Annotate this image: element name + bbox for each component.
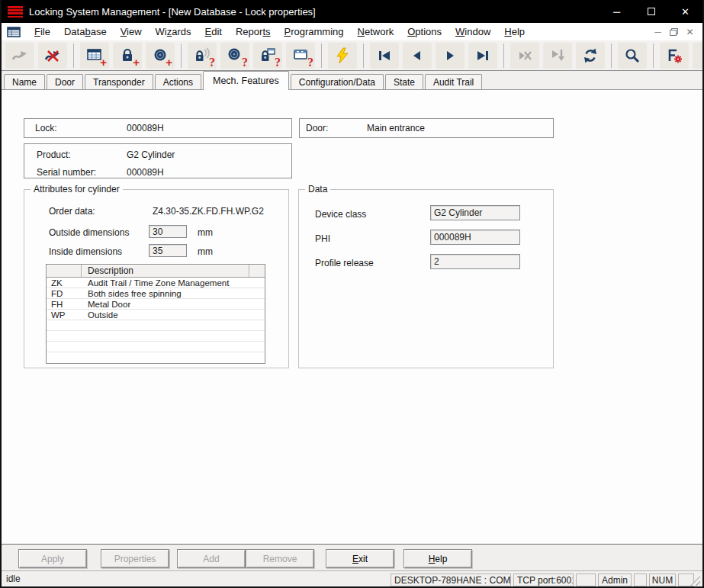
- skip-cross-button: [510, 43, 539, 69]
- new-lock-button[interactable]: +: [113, 43, 142, 69]
- tab-bar: Name Door Transponder Actions Mech. Feat…: [2, 71, 702, 90]
- io-status-button[interactable]: ?: [286, 43, 315, 69]
- extra-column-header[interactable]: [249, 265, 265, 277]
- outside-dimensions-input[interactable]: 30: [149, 225, 187, 238]
- menu-database[interactable]: Database: [57, 26, 114, 37]
- menu-network[interactable]: Network: [351, 26, 401, 37]
- menu-edit[interactable]: Edit: [198, 26, 229, 37]
- close-button[interactable]: ✕: [668, 0, 702, 23]
- device-class-input[interactable]: G2 Cylinder: [430, 205, 520, 220]
- tab-actions[interactable]: Actions: [155, 74, 201, 90]
- table-row[interactable]: [47, 352, 265, 363]
- plus-badge-icon: +: [166, 56, 172, 68]
- read-lock-button[interactable]: ?: [188, 43, 217, 69]
- table-row[interactable]: [47, 342, 265, 352]
- read-transponder-icon: [227, 47, 243, 64]
- data-group-legend: Data: [305, 184, 330, 194]
- app-logo-icon: [8, 6, 23, 18]
- tab-door[interactable]: Door: [47, 74, 83, 90]
- title-bar: Locking System Management - [New Databas…: [2, 0, 702, 23]
- question-badge-icon: ?: [242, 56, 248, 69]
- lock-field: Lock: 000089H: [24, 118, 292, 138]
- disconnect-button[interactable]: [38, 43, 67, 69]
- inside-dimensions-input[interactable]: 35: [149, 244, 187, 257]
- filter-settings-button[interactable]: [660, 43, 689, 69]
- exit-button[interactable]: Exit: [326, 549, 394, 568]
- product-label: Product:: [37, 149, 71, 160]
- table-row[interactable]: FHMetal Door: [47, 299, 265, 310]
- menu-window[interactable]: Window: [448, 26, 497, 37]
- tab-mech-features[interactable]: Mech. Features: [203, 71, 289, 90]
- status-state: idle: [6, 574, 21, 584]
- question-badge-icon: ?: [209, 56, 215, 69]
- description-column-header[interactable]: Description: [82, 265, 249, 277]
- read-transponder-button[interactable]: ?: [220, 43, 249, 69]
- tab-audit-trail[interactable]: Audit Trail: [425, 74, 482, 90]
- previous-record-button[interactable]: [403, 43, 432, 69]
- mdi-restore-button[interactable]: [667, 25, 680, 38]
- status-bar: idle DESKTOP-789HANE : COM(*) TCP port:6…: [2, 570, 702, 588]
- menu-programming[interactable]: Programming: [278, 26, 351, 37]
- status-device: DESKTOP-789HANE : COM(*): [391, 574, 511, 586]
- help-button-bottom[interactable]: Help: [403, 549, 472, 568]
- tab-name[interactable]: Name: [4, 74, 45, 90]
- mdi-close-button[interactable]: ✕: [683, 25, 696, 38]
- status-user: Admin: [598, 574, 632, 586]
- status-empty-panel: [634, 574, 647, 586]
- menu-wizards[interactable]: Wizards: [149, 26, 198, 37]
- device-class-label: Device class: [315, 209, 366, 220]
- search-button[interactable]: [618, 43, 647, 69]
- door-value: Main entrance: [367, 123, 425, 133]
- read-lock-network-button[interactable]: ?: [253, 43, 282, 69]
- toolbar-separator: [73, 43, 74, 68]
- lock-value: 000089H: [127, 123, 164, 133]
- question-badge-icon: ?: [275, 56, 281, 69]
- attributes-table-header: Description: [47, 265, 265, 278]
- code-column-header[interactable]: [47, 265, 82, 277]
- attributes-group-legend: Attributes for cylinder: [31, 184, 123, 194]
- add-button: Add: [177, 549, 246, 568]
- profile-release-input[interactable]: 2: [430, 254, 520, 269]
- menu-view[interactable]: View: [114, 26, 149, 37]
- help-button[interactable]: ?: [693, 43, 704, 69]
- document-icon[interactable]: [7, 27, 21, 37]
- mdi-minimize-button[interactable]: ─: [651, 25, 664, 38]
- program-button[interactable]: [328, 43, 357, 69]
- tab-state[interactable]: State: [385, 74, 423, 90]
- inside-dimensions-label: Inside dimensions: [49, 246, 122, 257]
- menu-file[interactable]: File: [27, 26, 57, 37]
- outside-dimensions-label: Outside dimensions: [49, 227, 129, 238]
- table-row[interactable]: [47, 320, 265, 331]
- io-status-icon: [292, 47, 309, 64]
- first-record-button[interactable]: [370, 43, 399, 69]
- next-record-button[interactable]: [436, 43, 465, 69]
- order-data-label: Order data:: [49, 206, 95, 217]
- table-row[interactable]: [47, 331, 265, 342]
- table-row[interactable]: ZKAudit Trail / Time Zone Management: [47, 278, 265, 288]
- maximize-button[interactable]: [634, 0, 668, 23]
- maximize-icon: [648, 8, 655, 15]
- read-lock-network-icon: [259, 47, 276, 64]
- menu-options[interactable]: Options: [400, 26, 448, 37]
- phi-input[interactable]: 000089H: [430, 230, 520, 245]
- tab-transponder[interactable]: Transponder: [85, 74, 153, 90]
- window-title: Locking System Management - [New Databas…: [29, 6, 316, 18]
- refresh-button[interactable]: [576, 43, 605, 69]
- skip-cross-icon: [516, 47, 533, 64]
- toolbar-separator: [321, 43, 322, 68]
- lock-label: Lock:: [35, 123, 57, 133]
- last-record-button[interactable]: [468, 43, 497, 69]
- profile-release-label: Profile release: [315, 258, 374, 268]
- menu-help[interactable]: Help: [497, 26, 532, 37]
- new-matrix-button[interactable]: +: [80, 43, 109, 69]
- search-icon: [624, 47, 641, 64]
- outside-dimensions-unit: mm: [198, 227, 213, 238]
- minimize-button[interactable]: ─: [600, 0, 634, 23]
- tab-configuration-data[interactable]: Configuration/Data: [291, 74, 384, 90]
- table-row[interactable]: FDBoth sides free spinning: [47, 288, 265, 299]
- menu-reports[interactable]: Reports: [229, 26, 278, 37]
- toolbar-separator: [611, 43, 612, 68]
- toolbar-separator: [181, 43, 182, 68]
- new-transponder-button[interactable]: +: [146, 43, 175, 69]
- table-row[interactable]: WPOutside: [47, 310, 265, 320]
